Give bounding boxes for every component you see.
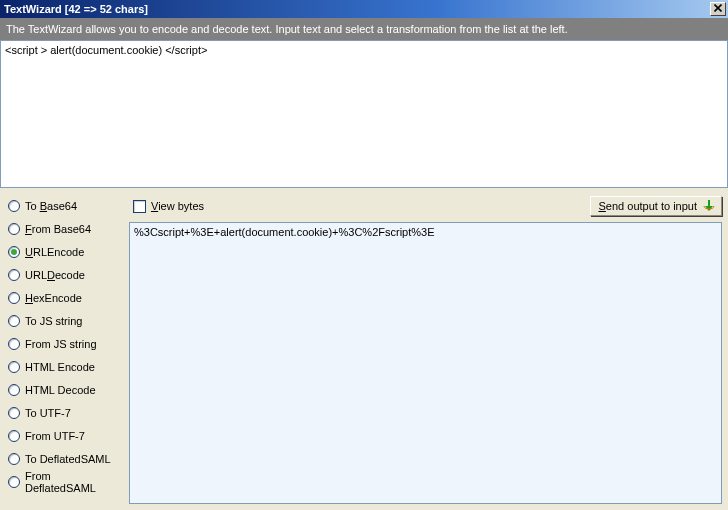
transform-label: URLEncode [25,246,84,258]
checkbox-icon [133,200,146,213]
close-button[interactable] [710,2,726,16]
lower-panel: To Base64From Base64URLEncodeURLDecodeHe… [0,188,728,510]
transform-label: To UTF-7 [25,407,71,419]
radio-icon [8,246,20,258]
window-title: TextWizard [42 => 52 chars] [4,0,148,18]
transform-option[interactable]: From JS string [8,332,123,355]
transform-label: From DeflatedSAML [25,470,123,494]
close-icon [714,4,722,12]
transform-option[interactable]: HTML Decode [8,378,123,401]
radio-icon [8,338,20,350]
view-bytes-checkbox[interactable]: View bytes [129,200,204,213]
transform-label: HTML Decode [25,384,96,396]
radio-icon [8,200,20,212]
transform-option[interactable]: To DeflatedSAML [8,447,123,470]
send-arrow-icon [703,199,715,213]
radio-icon [8,269,20,281]
output-textarea[interactable]: %3Cscript+%3E+alert(document.cookie)+%3C… [129,222,722,504]
transform-option[interactable]: URLEncode [8,240,123,263]
transform-label: To JS string [25,315,82,327]
transform-option[interactable]: From DeflatedSAML [8,470,123,493]
radio-icon [8,292,20,304]
radio-icon [8,453,20,465]
transform-label: From JS string [25,338,97,350]
transform-label: To DeflatedSAML [25,453,111,465]
send-output-to-input-button[interactable]: Send output to input [590,196,722,216]
transform-label: To Base64 [25,200,77,212]
radio-icon [8,361,20,373]
transform-option[interactable]: To Base64 [8,194,123,217]
radio-icon [8,476,20,488]
radio-icon [8,315,20,327]
radio-icon [8,384,20,396]
transform-label: From UTF-7 [25,430,85,442]
description-bar: The TextWizard allows you to encode and … [0,18,728,40]
output-toolbar: View bytes Send output to input [129,194,722,218]
transform-option[interactable]: URLDecode [8,263,123,286]
transform-option[interactable]: To UTF-7 [8,401,123,424]
view-bytes-label: View bytes [151,200,204,212]
input-textarea[interactable]: <script > alert(document.cookie) </scrip… [0,40,728,188]
transform-sidebar: To Base64From Base64URLEncodeURLDecodeHe… [0,188,127,510]
transform-label: URLDecode [25,269,85,281]
transform-label: HTML Encode [25,361,95,373]
title-bar: TextWizard [42 => 52 chars] [0,0,728,18]
transform-option[interactable]: HTML Encode [8,355,123,378]
transform-label: From Base64 [25,223,91,235]
radio-icon [8,223,20,235]
radio-icon [8,407,20,419]
transform-label: HexEncode [25,292,82,304]
transform-option[interactable]: To JS string [8,309,123,332]
radio-icon [8,430,20,442]
transform-option[interactable]: From UTF-7 [8,424,123,447]
transform-option[interactable]: From Base64 [8,217,123,240]
send-button-label: Send output to input [599,200,697,212]
transform-option[interactable]: HexEncode [8,286,123,309]
output-panel: View bytes Send output to input %3Cscrip… [127,188,728,510]
